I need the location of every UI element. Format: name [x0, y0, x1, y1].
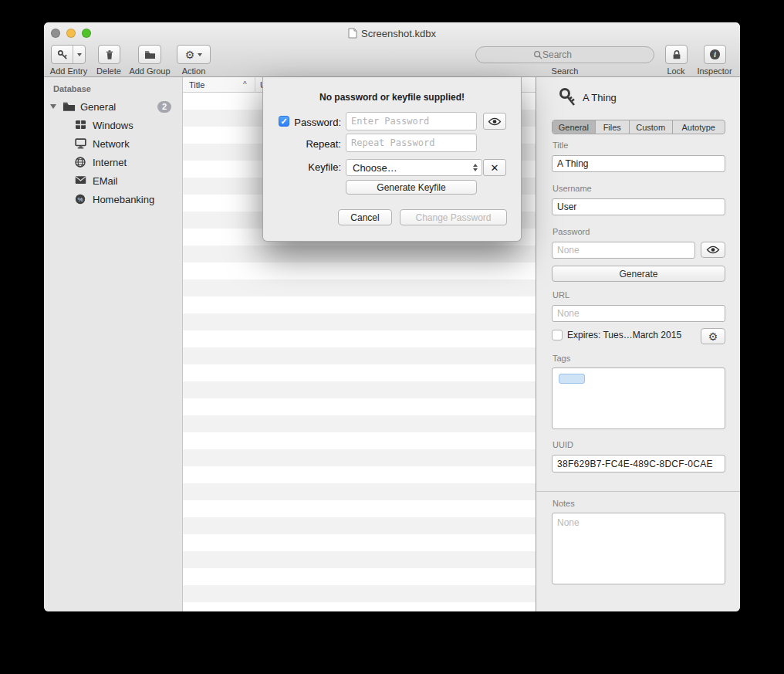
sidebar-item-label: General [80, 101, 116, 113]
username-field[interactable] [552, 198, 725, 215]
window-title: Screenshot.kdbx [44, 28, 740, 39]
sidebar-item-label: Internet [93, 157, 127, 168]
key-icon [558, 87, 576, 107]
cancel-button[interactable]: Cancel [338, 209, 392, 225]
uuid-label: UUID [553, 440, 573, 449]
inspector-tabs: General Files Custom Autotype [552, 120, 725, 134]
gear-icon: ⚙ [185, 49, 195, 60]
change-password-sheet: No password or keyfile supplied! ✓ Passw… [262, 77, 522, 242]
change-password-button[interactable]: Change Password [400, 209, 507, 225]
tab-files[interactable]: Files [595, 120, 629, 134]
close-icon: ✕ [491, 162, 499, 174]
add-group-label: Add Group [123, 66, 177, 76]
sidebar-item-internet[interactable]: Internet [44, 153, 182, 171]
tag-token[interactable] [559, 374, 585, 384]
search-input[interactable] [542, 49, 596, 60]
sidebar-item-label: Network [93, 138, 130, 150]
column-divider[interactable] [255, 77, 255, 92]
generate-keyfile-button[interactable]: Generate Keyfile [346, 180, 477, 195]
inspector-label: Inspector [691, 66, 738, 76]
lock-button[interactable] [665, 45, 688, 64]
gear-icon: ⚙ [708, 331, 718, 342]
keyfile-label: Keyfile: [263, 161, 341, 173]
repeat-password-input[interactable] [346, 134, 477, 152]
delete-button[interactable] [98, 45, 120, 64]
stepper-icon [473, 164, 478, 171]
notes-label: Notes [553, 499, 575, 508]
expires-checkbox[interactable] [552, 330, 563, 340]
svg-text:i: i [714, 51, 716, 59]
sidebar-item-network[interactable]: Network [44, 134, 182, 153]
folder-icon [63, 101, 76, 113]
desktop: { "titlebar": { "title": "Screenshot.kdb… [0, 0, 784, 674]
sidebar: Database General 2 Windows Network Inter… [44, 77, 183, 611]
sidebar-item-email[interactable]: EMail [44, 171, 182, 190]
lock-icon [671, 49, 682, 60]
add-entry-button[interactable] [51, 45, 86, 64]
add-entry-dropdown[interactable] [73, 46, 85, 63]
count-badge: 2 [157, 101, 171, 113]
windows-icon [75, 120, 88, 131]
expires-row: Expires: Tues…March 2015 [552, 330, 681, 340]
disclosure-triangle-icon[interactable] [50, 104, 56, 109]
sort-ascending-icon: ^ [243, 80, 247, 89]
sidebar-item-homebanking[interactable]: % Homebanking [44, 190, 182, 208]
title-field[interactable] [552, 155, 725, 172]
app-window: Screenshot.kdbx Add Entry Delete Add Gro… [44, 22, 740, 611]
username-label: Username [553, 184, 592, 193]
section-divider [536, 491, 740, 492]
entry-title: A Thing [583, 92, 617, 103]
trash-icon [104, 49, 115, 60]
key-icon [52, 46, 73, 63]
network-icon [75, 138, 88, 150]
sidebar-section-header: Database [53, 84, 182, 93]
add-entry-label: Add Entry [46, 66, 92, 76]
inspector-button[interactable]: i [704, 45, 726, 64]
keyfile-dropdown[interactable]: Choose… [346, 159, 482, 176]
eye-icon [488, 117, 502, 126]
tab-autotype[interactable]: Autotype [672, 120, 725, 134]
inspector-panel: A Thing General Files Custom Autotype Ti… [536, 77, 740, 611]
chevron-down-icon [77, 53, 82, 56]
sidebar-item-windows[interactable]: Windows [44, 116, 182, 134]
svg-text:%: % [77, 196, 83, 203]
password-input[interactable] [346, 112, 477, 130]
chevron-down-icon [198, 53, 202, 56]
titlebar-toolbar: Screenshot.kdbx Add Entry Delete Add Gro… [44, 22, 740, 77]
percent-coin-icon: % [75, 194, 88, 205]
sidebar-item-label: Homebanking [93, 194, 154, 205]
url-label: URL [553, 290, 569, 300]
sidebar-item-label: Windows [93, 120, 133, 131]
password-label: Password: [263, 117, 341, 128]
folder-plus-icon [144, 49, 156, 59]
clear-keyfile-button[interactable]: ✕ [483, 159, 506, 176]
generate-password-button[interactable]: Generate [552, 266, 725, 282]
expires-label: Expires: Tues…March 2015 [567, 330, 681, 340]
tags-label: Tags [553, 354, 570, 363]
uuid-field[interactable] [552, 455, 725, 472]
repeat-label: Repeat: [263, 138, 341, 150]
title-label: Title [553, 141, 568, 150]
envelope-icon [75, 175, 88, 187]
action-button[interactable]: ⚙ [177, 45, 211, 64]
sheet-warning-text: No password or keyfile supplied! [263, 92, 521, 103]
search-label: Search [542, 66, 588, 76]
expires-settings-button[interactable]: ⚙ [701, 328, 725, 344]
eye-icon [706, 246, 720, 254]
document-icon [348, 28, 357, 39]
action-label: Action [171, 66, 217, 76]
sidebar-item-general[interactable]: General 2 [44, 97, 182, 116]
tab-custom[interactable]: Custom [629, 120, 672, 134]
tab-general[interactable]: General [553, 120, 595, 134]
search-field[interactable] [475, 46, 654, 63]
show-password-button[interactable] [701, 242, 725, 258]
tags-field[interactable] [552, 367, 725, 429]
column-header-title[interactable]: Title [189, 80, 204, 90]
notes-field[interactable] [552, 513, 725, 584]
url-field[interactable] [552, 305, 725, 322]
show-password-button[interactable] [483, 113, 506, 130]
info-icon: i [709, 49, 721, 60]
add-group-button[interactable] [138, 45, 161, 64]
password-field[interactable] [552, 242, 695, 259]
globe-icon [75, 157, 88, 168]
